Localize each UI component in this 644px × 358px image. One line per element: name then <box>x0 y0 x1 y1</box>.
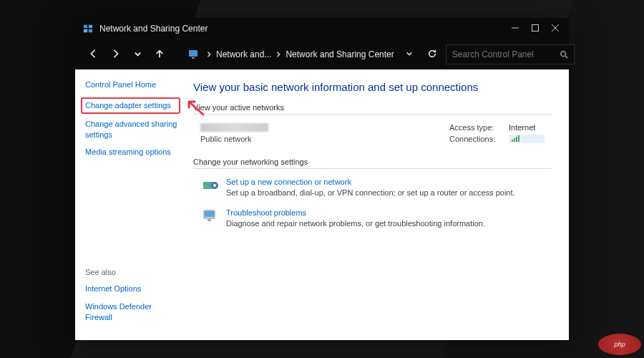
internet-options-link[interactable]: Internet Options <box>85 284 180 294</box>
media-streaming-link[interactable]: Media streaming options <box>85 147 180 158</box>
divider <box>193 168 552 169</box>
svg-line-11 <box>565 56 567 58</box>
search-icon <box>560 50 568 59</box>
breadcrumb-item[interactable]: Network and... <box>216 49 271 59</box>
active-networks-title: View your active networks <box>193 103 552 112</box>
setup-connection-icon <box>202 178 219 193</box>
svg-point-18 <box>213 184 216 187</box>
access-type-value: Internet <box>509 123 535 132</box>
close-button[interactable] <box>552 24 559 33</box>
window-title: Network and Sharing Center <box>99 24 512 34</box>
troubleshoot-item: Troubleshoot problems Diagnose and repai… <box>202 208 552 228</box>
control-panel-home-link[interactable]: Control Panel Home <box>85 79 180 90</box>
network-name-redacted <box>200 123 268 132</box>
see-also-label: See also <box>85 268 180 276</box>
forward-button[interactable] <box>107 44 125 64</box>
svg-rect-5 <box>532 25 539 32</box>
navigation-bar: Network and... Network and Sharing Cente… <box>75 39 569 69</box>
settings-title: Change your networking settings <box>193 158 552 166</box>
wifi-signal-icon <box>512 135 520 143</box>
svg-rect-15 <box>518 135 519 142</box>
setup-connection-desc: Set up a broadband, dial-up, or VPN conn… <box>226 188 515 197</box>
troubleshoot-icon <box>202 208 219 224</box>
sidebar: Control Panel Home Change adapter settin… <box>75 69 186 340</box>
divider <box>193 114 552 115</box>
setup-connection-item: Set up a new connection or network Set u… <box>202 178 552 197</box>
refresh-button[interactable] <box>423 44 441 64</box>
maximize-button[interactable] <box>532 24 539 33</box>
svg-rect-0 <box>84 25 87 28</box>
svg-rect-9 <box>192 57 195 59</box>
watermark: php <box>598 334 641 355</box>
up-button[interactable] <box>150 44 169 64</box>
history-dropdown[interactable] <box>130 46 146 64</box>
page-heading: View your basic network information and … <box>193 81 552 93</box>
breadcrumb[interactable]: Network and... Network and Sharing Cente… <box>182 44 419 65</box>
titlebar: Network and Sharing Center <box>75 18 569 39</box>
troubleshoot-desc: Diagnose and repair network problems, or… <box>226 219 485 228</box>
svg-rect-21 <box>208 219 211 221</box>
access-type-label: Access type: <box>449 123 503 132</box>
active-networks-block: Public network Access type: Internet Con… <box>200 123 552 143</box>
troubleshoot-link[interactable]: Troubleshoot problems <box>226 208 485 217</box>
svg-rect-12 <box>512 140 513 142</box>
svg-rect-20 <box>205 211 214 217</box>
svg-rect-13 <box>514 138 515 142</box>
system-icon <box>187 48 200 61</box>
app-icon <box>82 23 94 34</box>
svg-rect-2 <box>84 29 87 32</box>
search-input[interactable] <box>452 49 560 59</box>
breadcrumb-dropdown[interactable] <box>406 49 413 59</box>
firewall-link[interactable]: Windows Defender Firewall <box>85 301 180 323</box>
breadcrumb-item[interactable]: Network and Sharing Center <box>286 49 394 59</box>
change-advanced-sharing-link[interactable]: Change advanced sharing settings <box>85 119 180 140</box>
svg-rect-8 <box>189 50 197 57</box>
main-panel: View your basic network information and … <box>186 69 569 340</box>
svg-point-10 <box>561 52 566 57</box>
back-button[interactable] <box>84 44 102 64</box>
chevron-right-icon <box>275 49 281 59</box>
svg-rect-3 <box>89 29 92 32</box>
change-adapter-settings-link[interactable]: Change adapter settings <box>85 101 171 110</box>
minimize-button[interactable] <box>512 24 519 33</box>
chevron-right-icon <box>206 49 212 59</box>
connections-label: Connections: <box>449 135 503 143</box>
network-type: Public network <box>200 135 268 143</box>
svg-rect-1 <box>89 25 92 28</box>
setup-connection-link[interactable]: Set up a new connection or network <box>226 178 515 186</box>
control-panel-window: Network and Sharing Center Network and..… <box>75 18 569 340</box>
search-box[interactable] <box>446 44 575 64</box>
svg-rect-14 <box>516 137 517 142</box>
connection-link[interactable] <box>509 135 545 143</box>
